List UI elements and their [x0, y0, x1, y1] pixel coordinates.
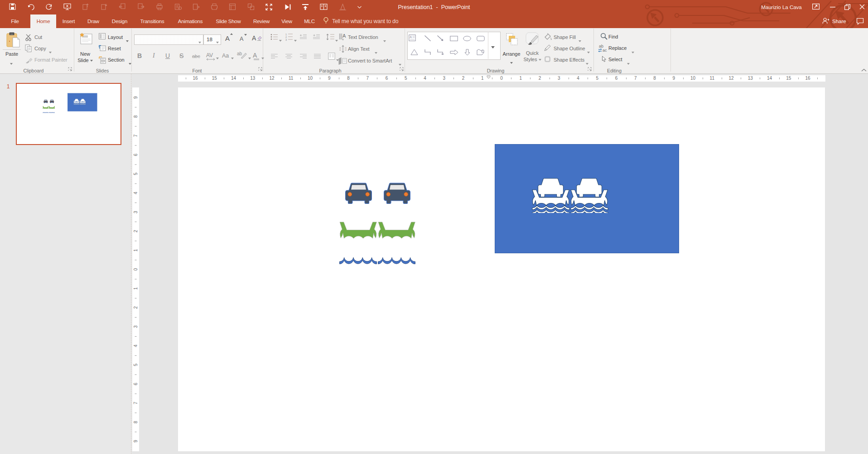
svg-text:3: 3	[133, 211, 138, 213]
svg-text:7: 7	[133, 401, 138, 404]
svg-text:3: 3	[133, 325, 138, 328]
svg-text:6: 6	[133, 153, 138, 156]
svg-text:4: 4	[133, 344, 138, 347]
svg-text:A: A	[342, 33, 346, 39]
svg-text:5: 5	[133, 363, 138, 366]
svg-text:7: 7	[133, 134, 138, 137]
svg-text:2: 2	[133, 230, 138, 232]
svg-text:8: 8	[133, 115, 138, 118]
svg-text:2: 2	[133, 306, 138, 309]
svg-text:1: 1	[133, 287, 138, 290]
svg-text:5: 5	[133, 173, 138, 175]
svg-text:1: 1	[133, 249, 138, 251]
svg-text:4: 4	[133, 192, 138, 194]
svg-text:8: 8	[133, 420, 138, 423]
svg-text:0: 0	[133, 268, 138, 270]
svg-text:6: 6	[133, 382, 138, 385]
svg-text:9: 9	[133, 96, 138, 99]
svg-text:A: A	[410, 35, 412, 39]
svg-text:9: 9	[133, 440, 138, 443]
svg-text:3: 3	[285, 39, 287, 41]
